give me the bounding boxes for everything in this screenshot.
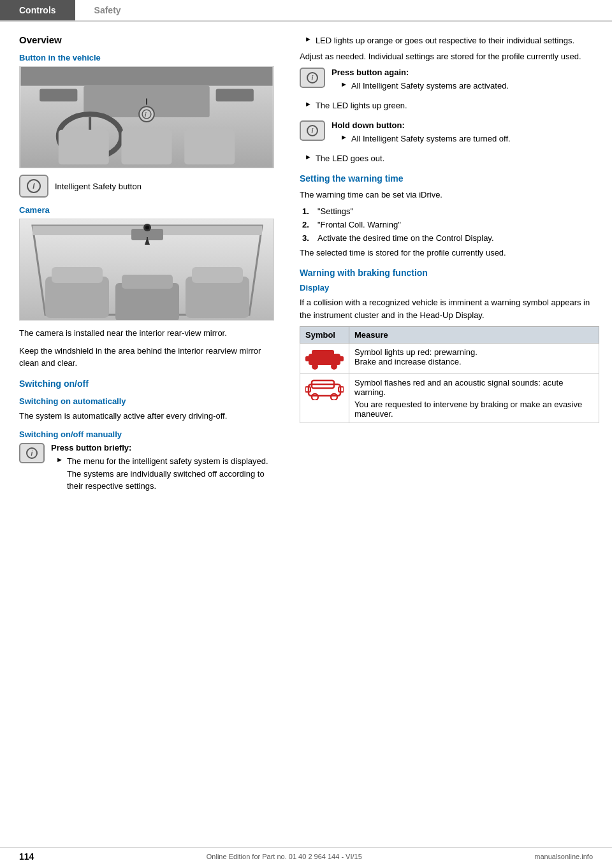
camera-image bbox=[19, 219, 274, 321]
svg-rect-32 bbox=[305, 356, 310, 361]
bullet-text-out: The LED goes out. bbox=[316, 152, 384, 165]
step-2: 2. "Frontal Coll. Warning" bbox=[302, 220, 599, 229]
symbol-cell-2 bbox=[300, 374, 349, 423]
bullet-arrow-green: ► bbox=[305, 100, 312, 112]
press-again-row: i Press button again: ► All Intelligent … bbox=[300, 68, 599, 94]
svg-rect-3 bbox=[40, 89, 77, 102]
main-content: Overview Button in the vehicle bbox=[0, 22, 612, 501]
overview-title: Overview bbox=[19, 34, 280, 45]
isafety-icon-hold: i bbox=[300, 120, 325, 141]
press-text-block: Press button briefly: ► The menu for the… bbox=[51, 443, 280, 496]
bullet-menu: ► The menu for the intelligent safety sy… bbox=[56, 455, 280, 493]
step-num-1: 1. bbox=[302, 206, 312, 216]
svg-rect-29 bbox=[312, 350, 334, 358]
table-row-1: Symbol lights up red: prewarning. Brake … bbox=[300, 344, 599, 374]
measure-text-1a: Symbol lights up red: prewarning. bbox=[354, 347, 594, 357]
bullet-arrow-1: ► bbox=[56, 456, 63, 493]
bullet-text-activated: All Intelligent Safety systems are activ… bbox=[351, 80, 509, 92]
measure-text-1b: Brake and increase distance. bbox=[354, 357, 594, 366]
measure-cell-2: Symbol flashes red and an acoustic signa… bbox=[349, 374, 599, 423]
isafety-icon-again: i bbox=[300, 68, 325, 88]
bullet-arrow-activated: ► bbox=[340, 80, 347, 92]
table-header-symbol: Symbol bbox=[300, 327, 349, 344]
i-circle-small: i bbox=[26, 447, 38, 459]
switching-auto-title: Switching on automatically bbox=[19, 396, 280, 406]
hold-text-block: Hold down button: ► All Intelligent Safe… bbox=[332, 120, 599, 147]
svg-rect-33 bbox=[339, 356, 344, 361]
i-circle-hold: i bbox=[307, 125, 318, 136]
svg-rect-1 bbox=[21, 67, 273, 86]
sub-bullet-activated: ► All Intelligent Safety systems are act… bbox=[340, 80, 599, 92]
warning-braking-title: Warning with braking function bbox=[300, 268, 599, 278]
symbol-table: Symbol Measure bbox=[300, 326, 599, 423]
vehicle-image: i bbox=[19, 66, 274, 168]
svg-point-31 bbox=[331, 363, 337, 370]
switching-title: Switching on/off bbox=[19, 379, 280, 389]
symbol-cell-1 bbox=[300, 344, 349, 374]
i-circle-again: i bbox=[307, 72, 318, 83]
hold-button-label: Hold down button: bbox=[332, 120, 599, 130]
isafety-label: Intelligent Safety button bbox=[55, 182, 142, 191]
svg-point-25 bbox=[145, 226, 149, 229]
tab-safety[interactable]: Safety bbox=[75, 0, 140, 20]
car-symbol-2 bbox=[305, 378, 344, 400]
isafety-icon-press: i bbox=[19, 443, 45, 463]
press-button-label: Press button briefly: bbox=[51, 443, 280, 452]
tab-controls[interactable]: Controls bbox=[0, 0, 75, 20]
step-num-3: 3. bbox=[302, 233, 312, 243]
footer-site: manualsonline.info bbox=[534, 853, 593, 860]
bullet-led: ► LED lights up orange or goes out respe… bbox=[305, 34, 599, 47]
svg-rect-12 bbox=[184, 130, 235, 164]
bullet-arrow-off: ► bbox=[340, 133, 347, 145]
svg-rect-20 bbox=[52, 267, 103, 283]
table-row-2: Symbol flashes red and an acoustic signa… bbox=[300, 374, 599, 423]
camera-title: Camera bbox=[19, 205, 280, 215]
left-column: Overview Button in the vehicle bbox=[0, 34, 293, 501]
svg-rect-13 bbox=[59, 130, 109, 164]
svg-point-8 bbox=[139, 106, 154, 122]
step-3: 3. Activate the desired time on the Cont… bbox=[302, 233, 599, 243]
display-title: Display bbox=[300, 283, 599, 293]
press-again-label: Press button again: bbox=[332, 68, 599, 77]
warning-time-title: Setting the warning time bbox=[300, 173, 599, 184]
measure-text-2a: Symbol flashes red and an acoustic signa… bbox=[354, 378, 594, 397]
bullet-text-1: The menu for the intelligent safety syst… bbox=[67, 455, 280, 493]
page-number: 114 bbox=[19, 851, 34, 862]
svg-point-30 bbox=[312, 363, 318, 370]
step-text-3: Activate the desired time on the Control… bbox=[317, 233, 494, 243]
bullet-arrow-led: ► bbox=[305, 35, 312, 47]
display-desc: If a collision with a recognized vehicle… bbox=[300, 296, 599, 321]
switching-manual-title: Switching on/off manually bbox=[19, 430, 280, 439]
car-symbol-1 bbox=[305, 347, 344, 370]
adjust-text: Adjust as needed. Individual settings ar… bbox=[300, 50, 599, 63]
svg-rect-21 bbox=[192, 267, 243, 283]
svg-point-36 bbox=[312, 394, 318, 400]
button-in-vehicle-title: Button in the vehicle bbox=[19, 53, 280, 62]
footer: 114 Online Edition for Part no. 01 40 2 … bbox=[0, 847, 612, 862]
switching-auto-desc: The system is automatically active after… bbox=[19, 410, 280, 423]
bullet-text-green: The LED lights up green. bbox=[316, 99, 407, 112]
step-num-2: 2. bbox=[302, 220, 312, 229]
bullet-led-green: ► The LED lights up green. bbox=[305, 99, 599, 112]
svg-rect-11 bbox=[122, 130, 172, 164]
bullet-arrow-out: ► bbox=[305, 153, 312, 165]
footer-text: Online Edition for Part no. 01 40 2 964 … bbox=[207, 853, 362, 860]
press-button-row: i Press button briefly: ► The menu for t… bbox=[19, 443, 280, 496]
warning-time-desc: The warning time can be set via iDrive. bbox=[300, 189, 599, 201]
sub-bullet-off: ► All Intelligent Safety systems are tur… bbox=[340, 133, 599, 145]
svg-point-37 bbox=[331, 394, 337, 400]
i-circle-icon: i bbox=[27, 179, 41, 193]
bullet-text-off: All Intelligent Safety systems are turne… bbox=[351, 133, 511, 145]
warning-time-stored: The selected time is stored for the prof… bbox=[300, 247, 599, 259]
press-again-block: Press button again: ► All Intelligent Sa… bbox=[332, 68, 599, 94]
svg-rect-4 bbox=[216, 89, 254, 102]
header-tabs: Controls Safety bbox=[0, 0, 612, 22]
bullet-led-out: ► The LED goes out. bbox=[305, 152, 599, 165]
svg-rect-22 bbox=[122, 275, 173, 289]
hold-button-row: i Hold down button: ► All Intelligent Sa… bbox=[300, 120, 599, 147]
right-column: ► LED lights up orange or goes out respe… bbox=[293, 34, 612, 501]
camera-desc1: The camera is installed near the interio… bbox=[19, 327, 280, 340]
camera-desc2: Keep the windshield in the area behind t… bbox=[19, 345, 280, 370]
table-header-measure: Measure bbox=[349, 327, 599, 344]
step-1: 1. "Settings" bbox=[302, 206, 599, 216]
